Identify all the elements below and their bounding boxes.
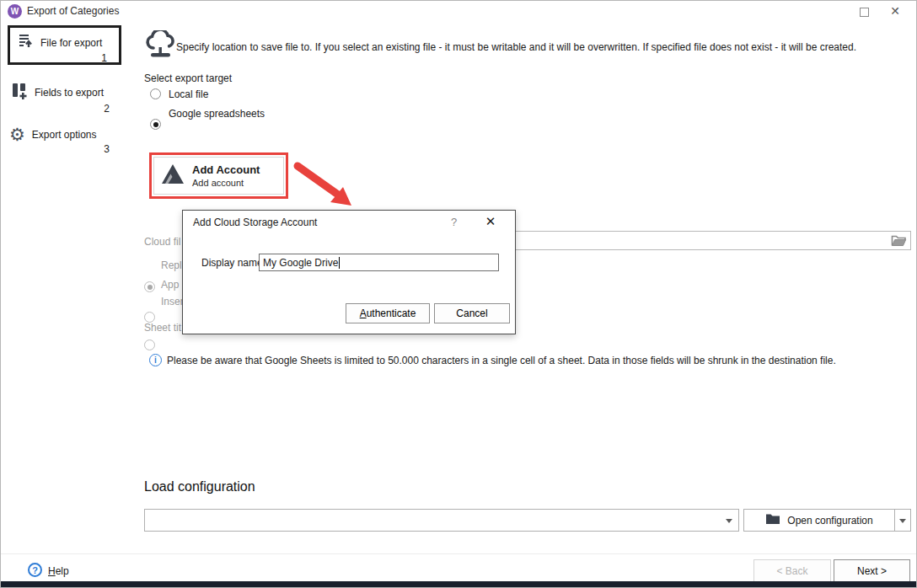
chevron-down-icon[interactable] [726, 519, 732, 523]
radio-local-file-label[interactable]: Local file [169, 88, 208, 100]
file-export-icon [17, 33, 34, 52]
step-number: 2 [104, 103, 121, 115]
radio-local-file[interactable] [150, 88, 161, 99]
radio-insert [144, 339, 155, 350]
dialog-close-icon[interactable]: ✕ [483, 214, 498, 229]
display-name-input[interactable]: My Google Drive [259, 254, 499, 271]
back-button: < Back [753, 559, 831, 583]
info-note: Please be aware that Google Sheets is li… [167, 355, 836, 366]
sidebar-item-fields-to-export[interactable]: Fields to export 2 [8, 82, 121, 115]
cloud-upload-icon [144, 30, 176, 61]
add-account-title: Add Account [192, 163, 260, 176]
google-drive-icon [161, 163, 185, 188]
dialog-title: Add Cloud Storage Account [193, 216, 317, 228]
authenticate-button[interactable]: Authenticate [346, 303, 430, 323]
help-link[interactable]: Help [48, 565, 69, 577]
radio-replace [144, 281, 155, 292]
fields-icon [11, 82, 28, 103]
radio-append-label: App [161, 279, 179, 291]
window-bottom-edge [1, 581, 916, 587]
step-number: 3 [104, 143, 121, 155]
add-account-button[interactable]: Add Account Add account [153, 157, 284, 195]
folder-icon [765, 513, 780, 527]
sidebar-item-label: Export options [32, 129, 97, 141]
display-name-value: My Google Drive [263, 257, 338, 269]
dialog-help-icon[interactable]: ? [451, 216, 457, 228]
sidebar-item-file-for-export[interactable]: File for export 1 [8, 25, 121, 65]
maximize-icon[interactable] [860, 8, 869, 17]
browse-folder-icon[interactable] [891, 234, 907, 250]
radio-google-spreadsheets[interactable] [150, 119, 161, 130]
sheet-title-label: Sheet tit [144, 322, 181, 334]
open-configuration-label: Open configuration [787, 515, 872, 527]
next-button[interactable]: Next > [834, 559, 910, 583]
radio-replace-label: Repl [161, 259, 182, 271]
cancel-button[interactable]: Cancel [434, 303, 510, 323]
sidebar-item-label: File for export [40, 37, 102, 49]
chevron-down-icon [899, 519, 906, 523]
close-icon[interactable]: ✕ [888, 3, 903, 19]
footer-divider [1, 553, 916, 554]
info-icon: i [149, 354, 162, 366]
open-configuration-button[interactable]: Open configuration [743, 509, 911, 532]
select-target-label: Select export target [144, 72, 232, 84]
window-title: Export of Categories [27, 5, 119, 17]
app-logo-icon: W [8, 4, 22, 19]
gear-icon: ⚙ [9, 126, 25, 143]
add-account-subtitle: Add account [192, 178, 260, 188]
text-caret [339, 257, 340, 269]
step-number: 1 [101, 52, 119, 64]
radio-google-spreadsheets-label[interactable]: Google spreadsheets [169, 108, 265, 120]
configuration-combobox[interactable] [144, 509, 739, 532]
load-configuration-heading: Load configuration [144, 479, 255, 494]
add-cloud-storage-dialog: Add Cloud Storage Account ? ✕ Display na… [182, 210, 516, 334]
annotation-arrow [286, 158, 378, 216]
instruction-text: Specify location to save file to. If you… [176, 41, 856, 53]
radio-insert-label: Inser [161, 296, 184, 307]
help-icon[interactable]: ? [28, 563, 42, 577]
sidebar-item-label: Fields to export [35, 87, 104, 99]
open-configuration-dropdown[interactable] [894, 510, 910, 531]
display-name-label: Display name [201, 257, 263, 269]
cloud-file-label: Cloud fil [144, 236, 180, 248]
sidebar-item-export-options[interactable]: ⚙ Export options 3 [8, 126, 121, 155]
export-wizard-window: W Export of Categories ✕ File for export… [0, 0, 917, 588]
